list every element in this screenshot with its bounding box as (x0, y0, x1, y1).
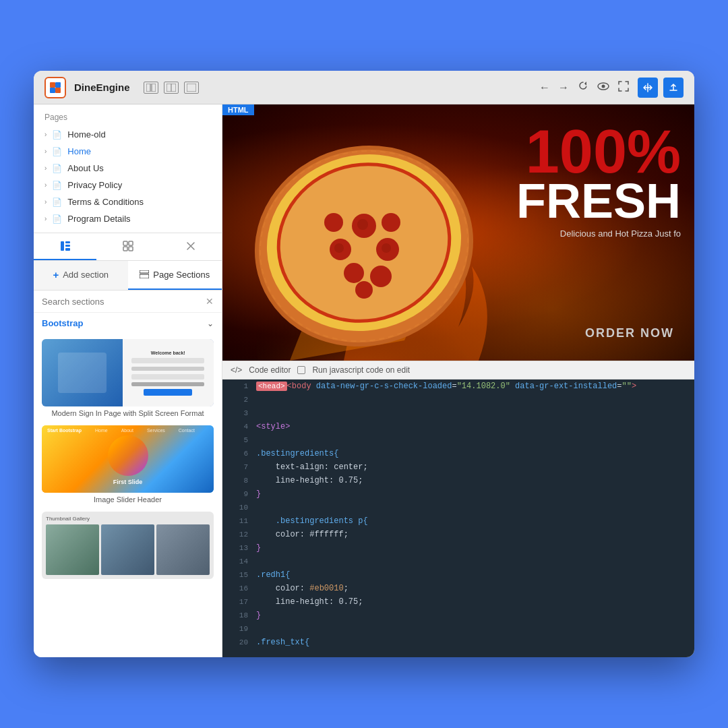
code-line-6: 6 .bestingredients{ (222, 447, 694, 460)
signin-btn-preview (144, 389, 192, 396)
line-number: 12 (229, 528, 248, 541)
line-number: 14 (229, 555, 248, 568)
bootstrap-header[interactable]: Bootstrap ⌄ (34, 313, 222, 334)
svg-rect-13 (65, 245, 70, 247)
preview-icon[interactable] (597, 80, 609, 95)
svg-rect-19 (140, 270, 149, 273)
line-number: 18 (229, 609, 248, 622)
svg-rect-2 (50, 88, 55, 93)
layout-icon-2[interactable] (164, 82, 179, 94)
page-file-icon: 📄 (52, 181, 62, 190)
corner-icons (638, 78, 684, 98)
app-name: DineEngine (74, 82, 130, 93)
code-line-16: 16 color: #eb0010; (222, 582, 694, 595)
slider-card-label: Image Slider Header (42, 495, 214, 504)
sidebar-icon-tabs (34, 233, 222, 261)
code-content: text-align: center; (256, 460, 694, 474)
page-file-icon: 📄 (52, 147, 62, 156)
section-card-thumbnail[interactable]: Thumbnail Gallery (42, 512, 214, 579)
signin-preview: Welcome back! (42, 339, 214, 406)
signin-email-preview (131, 358, 204, 363)
tab-pages[interactable] (34, 233, 96, 260)
chevron-icon: › (44, 198, 47, 206)
browser-content: Pages › 📄 Home-old › 📄 Home › 📄 About Us (34, 104, 694, 657)
code-area[interactable]: 1 <head><body data-new-gr-c-s-check-load… (222, 380, 694, 657)
section-card-signin[interactable]: Welcome back! Modern Sign In Page with S… (42, 339, 214, 417)
line-number: 7 (229, 460, 248, 474)
layout-icon-3[interactable] (184, 82, 199, 94)
pizza-image (236, 118, 492, 347)
page-item-privacy[interactable]: › 📄 Privacy Policy (44, 177, 211, 193)
search-close-icon[interactable]: ✕ (206, 296, 214, 307)
hero-text: 100% FRESH Delicious and Hot Pizza Just … (516, 125, 681, 239)
tab-add-section[interactable]: + Add section (34, 261, 128, 290)
bootstrap-label: Bootstrap (42, 318, 83, 328)
code-content: } (256, 609, 694, 622)
chevron-icon: › (44, 215, 47, 222)
layout-icon-1[interactable] (144, 82, 158, 94)
svg-point-37 (382, 243, 391, 253)
svg-rect-12 (65, 241, 70, 243)
tab-page-sections[interactable]: Page Sections (128, 261, 222, 290)
code-line-10: 10 (222, 501, 694, 514)
svg-point-32 (324, 213, 343, 232)
forward-icon[interactable]: → (558, 82, 569, 94)
page-sections-label: Page Sections (153, 270, 210, 280)
sidebar: Pages › 📄 Home-old › 📄 Home › 📄 About Us (34, 104, 222, 657)
refresh-icon[interactable] (577, 80, 589, 95)
page-item-about[interactable]: › 📄 About Us (44, 160, 211, 177)
svg-point-10 (602, 84, 605, 88)
code-line-14: 14 (222, 555, 694, 568)
code-line-11: 11 .bestingredients p{ (222, 514, 694, 528)
svg-rect-18 (129, 247, 133, 251)
html-badge: HTML (222, 104, 254, 115)
page-file-icon: 📄 (52, 198, 62, 207)
svg-rect-0 (50, 82, 55, 88)
section-cards: Welcome back! Modern Sign In Page with S… (34, 334, 222, 657)
bootstrap-chevron-icon: ⌄ (207, 319, 214, 328)
tab-tools[interactable] (159, 233, 222, 260)
signin-welcome-label: Welcome back! (151, 351, 185, 355)
code-content: .bestingredients{ (256, 447, 694, 460)
run-js-checkbox[interactable] (297, 366, 305, 374)
page-item-home-old[interactable]: › 📄 Home-old (44, 126, 211, 143)
line-number: 11 (229, 514, 248, 528)
page-item-program[interactable]: › 📄 Program Details (44, 210, 211, 227)
search-bar: ✕ (34, 291, 222, 313)
line-number: 17 (229, 595, 248, 609)
tab-assets[interactable] (96, 233, 159, 260)
chevron-icon: › (44, 181, 47, 189)
chevron-icon: › (44, 164, 47, 172)
signin-right-panel: Welcome back! (123, 339, 214, 406)
code-content: color: #eb0010; (256, 582, 694, 595)
code-content: color: #ffffff; (256, 528, 694, 541)
back-icon[interactable]: ← (539, 82, 550, 94)
thumbnail-title-label: Thumbnail Gallery (46, 516, 210, 522)
page-item-label: Terms & Conditions (67, 197, 144, 207)
hero-subtext: Delicious and Hot Pizza Just fo (516, 229, 681, 239)
signin-pass-preview (131, 374, 204, 380)
code-line-15: 15 .redh1{ (222, 568, 694, 582)
line-number: 5 (229, 433, 248, 447)
titlebar: DineEngine ← → (34, 71, 694, 104)
code-editor-label: Code editor (249, 365, 291, 375)
line-number: 2 (229, 393, 248, 406)
svg-rect-4 (146, 84, 150, 92)
code-line-19: 19 (222, 622, 694, 636)
code-content: .bestingredients p{ (256, 514, 694, 528)
line-number: 20 (229, 636, 248, 649)
svg-rect-11 (61, 241, 64, 251)
code-content: } (256, 541, 694, 555)
upload-button[interactable] (663, 78, 684, 98)
thumb-item-2 (101, 524, 154, 575)
search-input[interactable] (42, 297, 206, 307)
move-button[interactable] (638, 78, 658, 98)
page-item-terms[interactable]: › 📄 Terms & Conditions (44, 193, 211, 210)
page-item-home[interactable]: › 📄 Home (44, 143, 211, 160)
section-card-slider[interactable]: Start Bootstrap HomeAboutServicesContact… (42, 425, 214, 504)
svg-rect-8 (187, 84, 196, 92)
signin-left-panel (42, 339, 123, 406)
fullscreen-icon[interactable] (617, 80, 630, 95)
line-number: 6 (229, 447, 248, 460)
code-line-1: 1 <head><body data-new-gr-c-s-check-load… (222, 380, 694, 393)
